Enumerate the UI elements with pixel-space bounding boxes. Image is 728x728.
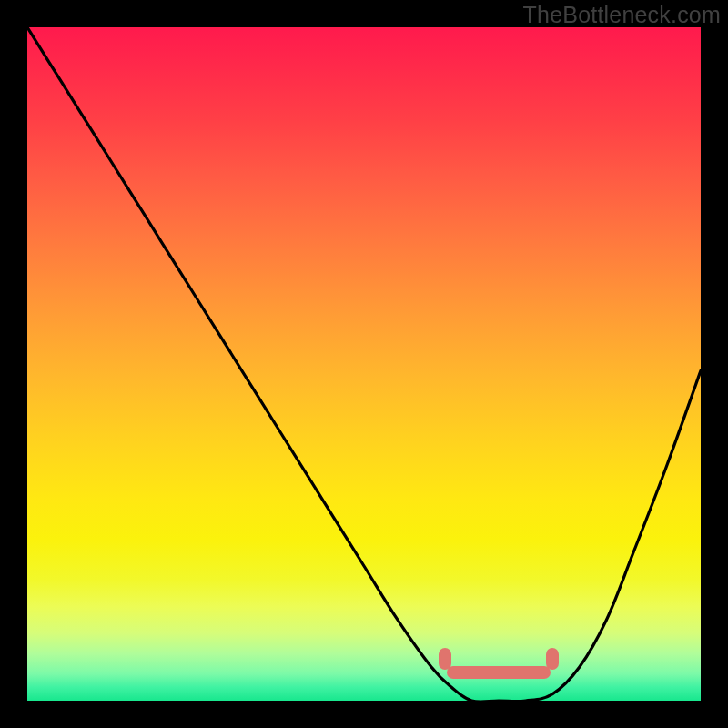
optimal-range-right-marker xyxy=(546,648,559,670)
chart-frame: TheBottleneck.com xyxy=(0,0,728,728)
watermark-text: TheBottleneck.com xyxy=(523,2,721,28)
bottleneck-curve-path xyxy=(27,27,701,701)
plot-area xyxy=(27,27,701,701)
optimal-range-bar xyxy=(447,666,551,679)
curve-svg xyxy=(27,27,701,701)
